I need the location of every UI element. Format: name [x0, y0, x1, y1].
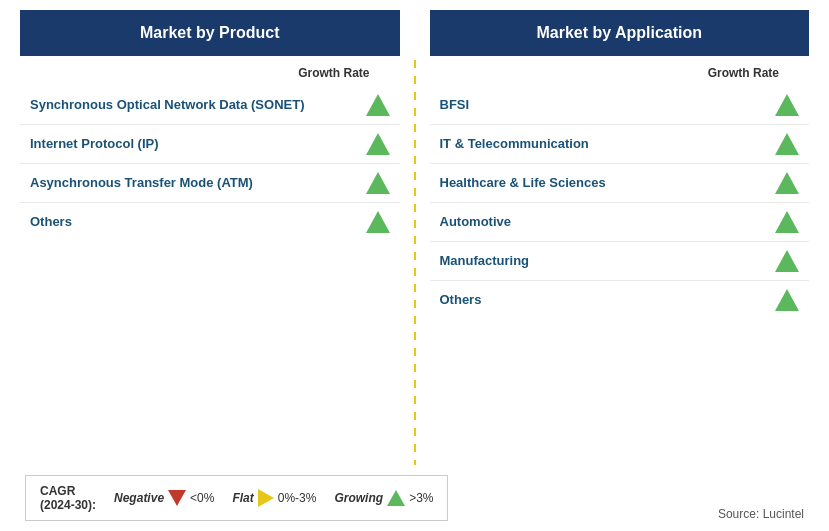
item-label: Healthcare & Life Sciences — [440, 174, 766, 192]
list-item: Others — [430, 281, 810, 319]
list-item: Healthcare & Life Sciences — [430, 164, 810, 203]
arrow-up-icon — [366, 94, 390, 116]
legend-negative: Negative <0% — [114, 490, 214, 506]
list-item: Others — [20, 203, 400, 241]
item-label: Synchronous Optical Network Data (SONET) — [30, 96, 356, 114]
right-growth-label: Growth Rate — [430, 66, 810, 80]
list-item: Manufacturing — [430, 242, 810, 281]
arrow-up-icon — [775, 172, 799, 194]
legend-flat-label: Flat — [232, 491, 253, 505]
item-label: Others — [440, 291, 766, 309]
right-panel: Market by Application Growth Rate BFSI I… — [430, 10, 810, 465]
legend-growing: Growing >3% — [334, 490, 433, 506]
item-label: Asynchronous Transfer Mode (ATM) — [30, 174, 356, 192]
legend-growing-label: Growing — [334, 491, 383, 505]
arrow-right-yellow-icon — [258, 489, 274, 507]
item-label: Internet Protocol (IP) — [30, 135, 356, 153]
item-label: Others — [30, 213, 356, 231]
legend-box: CAGR (2024-30): Negative <0% Flat 0%-3% … — [25, 475, 448, 521]
arrow-up-icon — [775, 289, 799, 311]
arrow-up-green-icon — [387, 490, 405, 506]
dashed-line — [414, 60, 416, 465]
list-item: Synchronous Optical Network Data (SONET) — [20, 86, 400, 125]
item-label: Automotive — [440, 213, 766, 231]
legend-subtitle: (2024-30): — [40, 498, 96, 512]
item-label: BFSI — [440, 96, 766, 114]
list-item: Internet Protocol (IP) — [20, 125, 400, 164]
page-container: Market by Product Growth Rate Synchronou… — [0, 0, 829, 531]
legend-flat-range: 0%-3% — [278, 491, 317, 505]
arrow-up-icon — [775, 133, 799, 155]
arrow-up-icon — [775, 94, 799, 116]
legend-negative-range: <0% — [190, 491, 214, 505]
list-item: Asynchronous Transfer Mode (ATM) — [20, 164, 400, 203]
legend-title: CAGR — [40, 484, 75, 498]
right-panel-header: Market by Application — [430, 10, 810, 56]
list-item: Automotive — [430, 203, 810, 242]
legend-negative-label: Negative — [114, 491, 164, 505]
item-label: Manufacturing — [440, 252, 766, 270]
list-item: IT & Telecommunication — [430, 125, 810, 164]
legend-growing-range: >3% — [409, 491, 433, 505]
footer: CAGR (2024-30): Negative <0% Flat 0%-3% … — [20, 475, 809, 521]
divider — [400, 10, 430, 465]
arrow-up-icon — [366, 133, 390, 155]
arrow-down-red-icon — [168, 490, 186, 506]
arrow-up-icon — [366, 211, 390, 233]
arrow-up-icon — [366, 172, 390, 194]
left-panel: Market by Product Growth Rate Synchronou… — [20, 10, 400, 465]
arrow-up-icon — [775, 250, 799, 272]
arrow-up-icon — [775, 211, 799, 233]
item-label: IT & Telecommunication — [440, 135, 766, 153]
main-content: Market by Product Growth Rate Synchronou… — [20, 10, 809, 465]
legend-title-block: CAGR (2024-30): — [40, 484, 96, 512]
right-items-list: BFSI IT & Telecommunication Healthcare &… — [430, 86, 810, 319]
left-panel-header: Market by Product — [20, 10, 400, 56]
list-item: BFSI — [430, 86, 810, 125]
legend-flat: Flat 0%-3% — [232, 489, 316, 507]
left-items-list: Synchronous Optical Network Data (SONET)… — [20, 86, 400, 241]
source-text: Source: Lucintel — [718, 507, 804, 521]
left-growth-label: Growth Rate — [20, 66, 400, 80]
